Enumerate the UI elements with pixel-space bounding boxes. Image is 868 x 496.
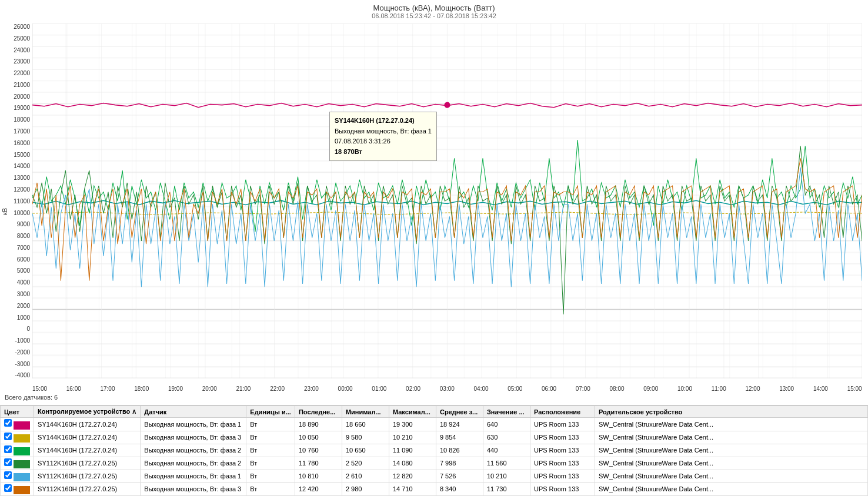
chart-section: Мощность (кВА), Мощность (Ватт) 06.08.20… — [0, 0, 868, 405]
last-cell: 12 420 — [295, 482, 342, 495]
x-axis-label: 12:00 — [745, 386, 760, 392]
y-axis-labels: 2600025000240002300022000210002000019000… — [0, 24, 32, 378]
x-axis-label: 01:00 — [372, 386, 386, 392]
x-axis-labels: 15:0016:0017:0018:0019:0020:0021:0022:00… — [32, 381, 862, 396]
y-axis-label: 19000 — [14, 105, 30, 111]
color-cell[interactable] — [1, 431, 34, 444]
th-min[interactable]: Минимал... — [342, 406, 389, 418]
y-axis-label: 10000 — [14, 210, 30, 216]
row-checkbox[interactable] — [4, 433, 12, 440]
color-swatch — [14, 434, 30, 443]
max-cell: 14 080 — [389, 457, 436, 470]
last-cell: 10 050 — [295, 431, 342, 444]
units-cell: Вт — [246, 470, 295, 482]
table-row[interactable]: SY112K160H (172.27.0.25)Выходная мощност… — [1, 457, 868, 470]
x-axis-label: 00:00 — [338, 386, 353, 392]
color-cell[interactable] — [1, 444, 34, 457]
avg-cell: 8 340 — [436, 482, 483, 495]
parent-cell: SW_Central (StruxureWare Data Cent... — [595, 444, 867, 457]
device-cell: SY112K160H (172.27.0.25) — [34, 482, 141, 495]
color-cell[interactable] — [1, 418, 34, 431]
th-parent[interactable]: Родительское устройство — [595, 406, 867, 418]
chart-svg-container — [32, 24, 862, 378]
th-val[interactable]: Значение ... — [483, 406, 530, 418]
last-cell: 11 780 — [295, 457, 342, 470]
avg-cell: 7 998 — [436, 457, 483, 470]
last-cell: 10 760 — [295, 444, 342, 457]
min-cell: 9 580 — [342, 431, 389, 444]
table-row[interactable]: SY144K160H (172.27.0.24)Выходная мощност… — [1, 444, 868, 457]
min-cell: 2 520 — [342, 457, 389, 470]
val-cell: 11 560 — [483, 457, 530, 470]
x-axis-label: 23:00 — [304, 386, 319, 392]
main-container: Мощность (кВА), Мощность (Ватт) 06.08.20… — [0, 0, 868, 496]
color-swatch — [14, 460, 30, 468]
th-max[interactable]: Максимал... — [389, 406, 436, 418]
table-section: Цвет Контролируемое устройство ∧ Датчик … — [0, 405, 868, 496]
y-axis-label: 26000 — [14, 24, 30, 30]
row-checkbox[interactable] — [4, 419, 12, 427]
last-cell: 10 810 — [295, 470, 342, 482]
row-checkbox[interactable] — [4, 471, 12, 479]
last-cell: 18 890 — [295, 418, 342, 431]
th-avg[interactable]: Среднее з... — [436, 406, 483, 418]
y-axis-label: 3000 — [17, 291, 30, 297]
y-axis-label: 4000 — [17, 279, 30, 286]
y-axis-label: 23000 — [14, 58, 30, 65]
row-checkbox[interactable] — [4, 445, 12, 453]
x-axis-label: 15:00 — [847, 386, 862, 392]
y-axis-label: 2000 — [17, 303, 30, 309]
table-row[interactable]: SY144K160H (172.27.0.24)Выходная мощност… — [1, 418, 868, 431]
parent-cell: SW_Central (StruxureWare Data Cent... — [595, 457, 867, 470]
color-swatch — [14, 447, 30, 455]
row-checkbox[interactable] — [4, 458, 12, 466]
min-cell: 18 660 — [342, 418, 389, 431]
max-cell: 11 090 — [389, 444, 436, 457]
units-cell: Вт — [246, 418, 295, 431]
x-axis-label: 04:00 — [474, 386, 489, 392]
th-last[interactable]: Последне... — [295, 406, 342, 418]
table-row[interactable]: SY144K160H (172.27.0.24)Выходная мощност… — [1, 431, 868, 444]
val-cell: 640 — [483, 418, 530, 431]
color-cell[interactable] — [1, 482, 34, 495]
th-device[interactable]: Контролируемое устройство ∧ — [34, 406, 141, 418]
color-cell[interactable] — [1, 470, 34, 482]
location-cell: UPS Room 133 — [530, 457, 595, 470]
parent-cell: SW_Central (StruxureWare Data Cent... — [595, 470, 867, 482]
location-cell: UPS Room 133 — [530, 431, 595, 444]
y-axis-label: 1000 — [17, 314, 30, 321]
max-cell: 19 300 — [389, 418, 436, 431]
table-row[interactable]: SY112K160H (172.27.0.25)Выходная мощност… — [1, 470, 868, 482]
x-axis-label: 03:00 — [440, 386, 455, 392]
x-axis-label: 20:00 — [202, 386, 217, 392]
th-sensor[interactable]: Датчик — [141, 406, 246, 418]
row-checkbox[interactable] — [4, 484, 12, 492]
color-cell[interactable] — [1, 457, 34, 470]
location-cell: UPS Room 133 — [530, 482, 595, 495]
avg-cell: 9 854 — [436, 431, 483, 444]
min-cell: 10 650 — [342, 444, 389, 457]
y-axis-label: 6000 — [17, 256, 30, 263]
x-axis-label: 10:00 — [677, 386, 692, 392]
device-cell: SY112K160H (172.27.0.25) — [34, 470, 141, 482]
sensor-cell: Выходная мощность, Вт: фаза 3 — [141, 431, 246, 444]
data-table: Цвет Контролируемое устройство ∧ Датчик … — [0, 405, 868, 496]
th-units[interactable]: Единицы и... — [246, 406, 295, 418]
y-axis-label: 9000 — [17, 221, 30, 227]
th-location[interactable]: Расположение — [530, 406, 595, 418]
x-axis-label: 18:00 — [134, 386, 149, 392]
y-axis-label: 16000 — [14, 140, 30, 146]
device-cell: SY144K160H (172.27.0.24) — [34, 418, 141, 431]
units-cell: Вт — [246, 457, 295, 470]
y-axis-label: -3000 — [15, 361, 30, 367]
table-row[interactable]: SY112K160H (172.27.0.25)Выходная мощност… — [1, 482, 868, 495]
y-axis-label: 17000 — [14, 128, 30, 135]
sensor-cell: Выходная мощность, Вт: фаза 1 — [141, 418, 246, 431]
x-axis-label: 17:00 — [100, 386, 115, 392]
val-cell: 10 210 — [483, 470, 530, 482]
sensor-cell: Выходная мощность, Вт: фаза 2 — [141, 444, 246, 457]
parent-cell: SW_Central (StruxureWare Data Cent... — [595, 418, 867, 431]
x-axis-label: 15:00 — [32, 386, 47, 392]
y-axis-label: -4000 — [15, 372, 30, 378]
val-cell: 11 730 — [483, 482, 530, 495]
